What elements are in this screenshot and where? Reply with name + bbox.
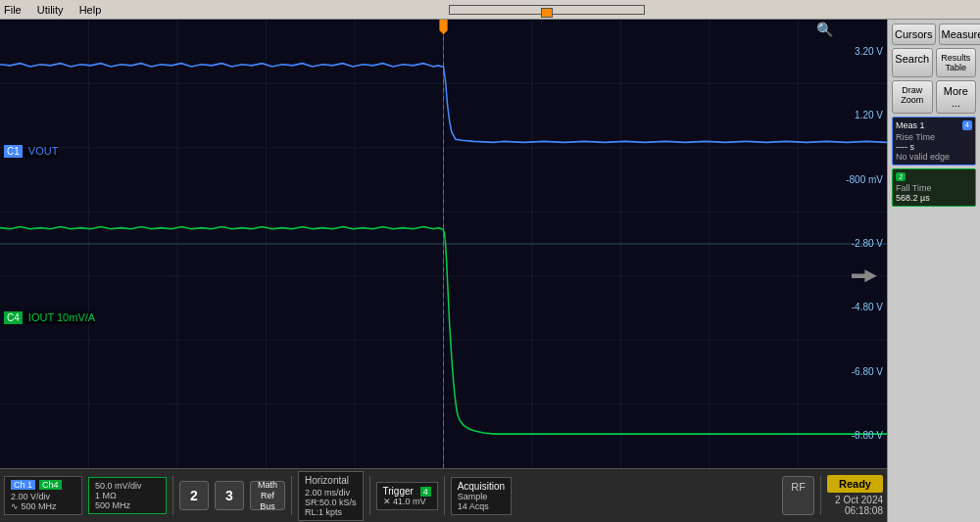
- meas1-box[interactable]: Meas 1 4 Rise Time ---- s No valid edge: [892, 117, 976, 166]
- meas2-badge: 2: [896, 172, 906, 181]
- divider2: [291, 476, 292, 515]
- magnify-icon: 🔍: [816, 22, 833, 37]
- ch4-badge: C4: [4, 311, 23, 324]
- meas1-dashes: ---- s: [896, 142, 972, 152]
- title-bar-area: [117, 1, 976, 19]
- scope-display[interactable]: 3.20 V 1.20 V -800 mV -2.80 V -4.80 V -6…: [0, 20, 887, 522]
- meas1-header: Meas 1 4: [896, 120, 972, 130]
- trigger-value: ✕ 41.0 mV: [383, 497, 431, 506]
- time-display: 06:18:08: [845, 505, 883, 516]
- right-spacer: [892, 210, 976, 518]
- menu-file[interactable]: File: [4, 4, 22, 16]
- ch1-info-box[interactable]: Ch 1 Ch4 2.00 V/div ∿ 500 MHz: [4, 476, 82, 515]
- ch4-sm-badge: Ch4: [39, 480, 62, 490]
- meas2-box[interactable]: 2 Fall Time 568.2 µs: [892, 168, 976, 207]
- btn-2[interactable]: 2: [179, 481, 209, 510]
- trigger-label: Trigger 4: [383, 486, 431, 497]
- horizontal-label: Horizontal: [305, 475, 357, 486]
- bottom-status-bar: Ch 1 Ch4 2.00 V/div ∿ 500 MHz 50.0 mV/di…: [0, 468, 887, 522]
- ch1-coupling: ∿ 500 MHz: [11, 501, 75, 511]
- horizontal-time: 2.00 ms/div: [305, 488, 357, 498]
- title-decoration: [449, 5, 645, 15]
- more-button[interactable]: More ...: [936, 80, 977, 114]
- ready-datetime: Ready 2 Oct 2024 06:18:08: [827, 475, 883, 516]
- acq-mode: Sample: [458, 492, 505, 501]
- ch1-volts: 2.00 V/div: [11, 492, 75, 501]
- grid-svg: [0, 20, 887, 468]
- menu-utility[interactable]: Utility: [37, 4, 64, 16]
- measure-button[interactable]: Measure: [939, 24, 980, 45]
- divider4: [444, 476, 445, 515]
- ch4-info-box[interactable]: 50.0 mV/div 1 MΩ 500 MHz: [88, 477, 167, 514]
- rf-button[interactable]: RF: [782, 476, 814, 515]
- search-results-row: Search Results Table: [892, 48, 976, 77]
- meas2-header: 2: [896, 172, 972, 181]
- horizontal-box[interactable]: Horizontal 2.00 ms/div SR:50.0 kS/s RL:1…: [298, 471, 364, 521]
- meas1-badge: 4: [962, 120, 972, 130]
- btn-3[interactable]: 3: [215, 481, 244, 510]
- math-ref-bus-button[interactable]: Math Ref Bus: [250, 481, 285, 510]
- meas1-label: Meas 1: [896, 120, 925, 130]
- ch4-volts: 50.0 mV/div: [95, 481, 160, 491]
- results-table-button[interactable]: Results Table: [936, 48, 977, 77]
- trigger-box[interactable]: Trigger 4 ✕ 41.0 mV: [376, 482, 438, 510]
- right-panel: Cursors Measure Search Results Table Dra…: [887, 20, 980, 522]
- ch4-label: C4 IOUT 10mV/A: [4, 311, 95, 324]
- waveform-canvas[interactable]: 3.20 V 1.20 V -800 mV -2.80 V -4.80 V -6…: [0, 20, 887, 468]
- ready-button[interactable]: Ready: [827, 475, 883, 493]
- main-layout: 3.20 V 1.20 V -800 mV -2.80 V -4.80 V -6…: [0, 20, 980, 522]
- meas1-type: Rise Time: [896, 132, 972, 142]
- divider3: [369, 476, 370, 515]
- divider1: [172, 476, 173, 515]
- divider5: [820, 476, 821, 515]
- acquisition-box[interactable]: Acquisition Sample 14 Acqs: [451, 477, 512, 515]
- ch4-coupling: 1 MΩ: [95, 491, 160, 500]
- meas2-value: 568.2 µs: [896, 193, 972, 203]
- ch1-sm-badge: Ch 1: [11, 480, 35, 490]
- menu-help[interactable]: Help: [79, 4, 102, 16]
- ch1-badge: C1: [4, 145, 23, 158]
- draw-zoom-button[interactable]: Draw Zoom: [892, 80, 933, 114]
- acq-label: Acquisition: [458, 481, 505, 492]
- meas2-label: Fall Time: [896, 183, 972, 193]
- search-button[interactable]: Search: [892, 48, 933, 77]
- horizontal-sr: SR:50.0 kS/s: [305, 498, 357, 507]
- cursors-button[interactable]: Cursors: [892, 24, 936, 45]
- trigger-badge: 4: [420, 487, 431, 497]
- acq-count: 14 Acqs: [458, 501, 505, 511]
- ch1-label: C1 VOUT: [4, 145, 58, 158]
- meas1-note: No valid edge: [896, 152, 972, 162]
- cursors-measure-row: Cursors Measure: [892, 24, 976, 45]
- horizontal-rl: RL:1 kpts: [305, 507, 357, 517]
- menubar: File Utility Help: [0, 0, 980, 20]
- draw-more-row: Draw Zoom More ...: [892, 80, 976, 114]
- date-display: 2 Oct 2024: [835, 495, 883, 505]
- ch4-bw: 500 MHz: [95, 500, 160, 510]
